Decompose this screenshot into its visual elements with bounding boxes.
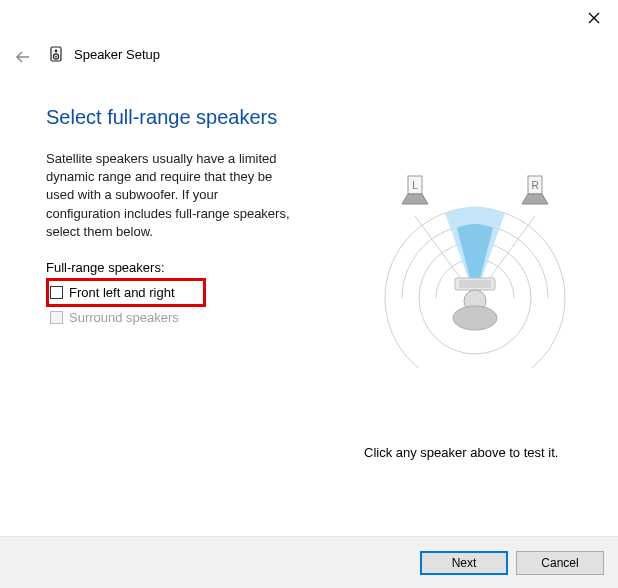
speaker-diagram[interactable]: L R: [360, 158, 590, 368]
title-area: Speaker Setup: [46, 44, 160, 64]
window-title: Speaker Setup: [74, 47, 160, 62]
listener-icon: [453, 278, 497, 330]
svg-point-6: [55, 56, 57, 58]
checkbox-label: Surround speakers: [69, 310, 179, 325]
close-button[interactable]: [584, 8, 604, 28]
page-heading: Select full-range speakers: [46, 106, 277, 129]
checkbox-front-left-right[interactable]: Front left and right: [50, 285, 179, 300]
speaker-setup-icon: [46, 44, 66, 64]
svg-rect-13: [459, 280, 491, 288]
checkbox-box-icon: [50, 286, 63, 299]
back-arrow-icon[interactable]: [14, 48, 32, 71]
cancel-button[interactable]: Cancel: [516, 551, 604, 575]
button-bar: Next Cancel: [0, 536, 618, 588]
subsection-label: Full-range speakers:: [46, 260, 165, 275]
hint-text: Click any speaker above to test it.: [364, 445, 558, 460]
speaker-left-label: L: [412, 180, 418, 191]
checkbox-surround-speakers: Surround speakers: [50, 310, 179, 325]
speaker-left-icon: L: [402, 176, 428, 204]
speaker-right-icon: R: [522, 176, 548, 204]
next-button[interactable]: Next: [420, 551, 508, 575]
checkbox-group: Front left and right Surround speakers: [50, 285, 179, 325]
svg-point-4: [55, 50, 58, 53]
checkbox-box-icon: [50, 311, 63, 324]
speaker-right-label: R: [531, 180, 538, 191]
page-description: Satellite speakers usually have a limite…: [46, 150, 291, 241]
svg-point-15: [453, 306, 497, 330]
checkbox-label: Front left and right: [69, 285, 175, 300]
